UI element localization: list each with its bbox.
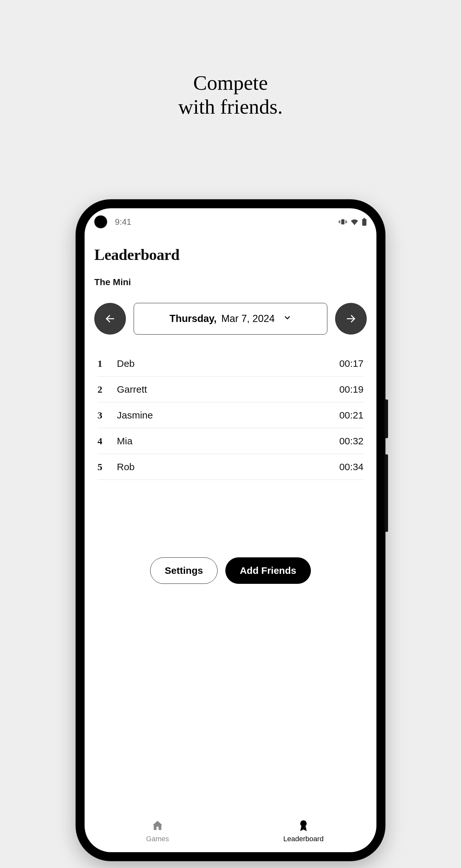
promo-headline: Compete with friends. [178,71,283,119]
camera-hole [94,215,107,228]
player-name: Garrett [117,384,339,395]
arrow-right-icon [345,313,357,324]
add-friends-button[interactable]: Add Friends [225,557,311,584]
rank: 5 [97,461,117,472]
svg-rect-0 [341,219,344,224]
page-title: Leaderboard [94,246,367,264]
leaderboard-row[interactable]: 2 Garrett 00:19 [97,376,364,402]
player-time: 00:17 [339,358,364,369]
battery-icon [362,218,367,226]
wifi-icon [350,219,359,225]
svg-rect-6 [362,219,366,226]
vibrate-icon [339,218,347,225]
leaderboard-row[interactable]: 5 Rob 00:34 [97,454,364,480]
player-name: Mia [117,436,339,446]
settings-button[interactable]: Settings [150,557,217,584]
tab-leaderboard[interactable]: Leaderboard [230,810,376,852]
phone-side-button [385,454,388,532]
status-bar: 9:41 [85,208,376,233]
leaderboard-list: 1 Deb 00:17 2 Garrett 00:19 3 Jasmine 00… [85,341,376,480]
action-row: Settings Add Friends [85,557,376,584]
svg-rect-4 [346,221,347,223]
player-time: 00:34 [339,461,364,472]
player-time: 00:19 [339,384,364,395]
player-name: Jasmine [117,410,339,421]
prev-day-button[interactable] [94,303,126,335]
svg-rect-2 [339,221,339,223]
status-time: 9:41 [115,217,131,227]
tab-leaderboard-label: Leaderboard [283,835,324,843]
svg-rect-5 [364,218,365,219]
leaderboard-row[interactable]: 4 Mia 00:32 [97,428,364,454]
player-time: 00:21 [339,410,364,421]
svg-rect-1 [340,220,340,223]
ribbon-icon [297,819,310,833]
page-subtitle: The Mini [94,277,367,287]
home-icon [151,819,164,833]
tab-games[interactable]: Games [85,810,230,852]
leaderboard-row[interactable]: 3 Jasmine 00:21 [97,402,364,428]
player-time: 00:32 [339,436,364,446]
svg-rect-3 [345,220,346,223]
rank: 4 [97,436,117,446]
date-select[interactable]: Thursday, Mar 7, 2024 [134,303,327,335]
phone-side-button [385,399,388,438]
rank: 3 [97,410,117,421]
bottom-nav: Games Leaderboard [85,810,376,852]
date-row: Thursday, Mar 7, 2024 [85,290,376,341]
promo-line2: with friends. [178,95,283,119]
svg-point-9 [300,820,307,827]
rank: 1 [97,358,117,369]
app-header: Leaderboard The Mini [85,233,376,290]
leaderboard-row[interactable]: 1 Deb 00:17 [97,351,364,376]
phone-screen: 9:41 [85,208,376,852]
player-name: Deb [117,358,339,369]
tab-games-label: Games [146,835,169,843]
date-rest: Mar 7, 2024 [221,313,275,324]
phone-frame: 9:41 [75,199,386,861]
rank: 2 [97,384,117,395]
date-dow: Thursday, [170,313,217,324]
promo-line1: Compete [178,71,283,95]
next-day-button[interactable] [335,303,367,335]
arrow-left-icon [104,313,116,324]
player-name: Rob [117,461,339,472]
chevron-down-icon [283,313,291,324]
status-icons [339,218,367,226]
